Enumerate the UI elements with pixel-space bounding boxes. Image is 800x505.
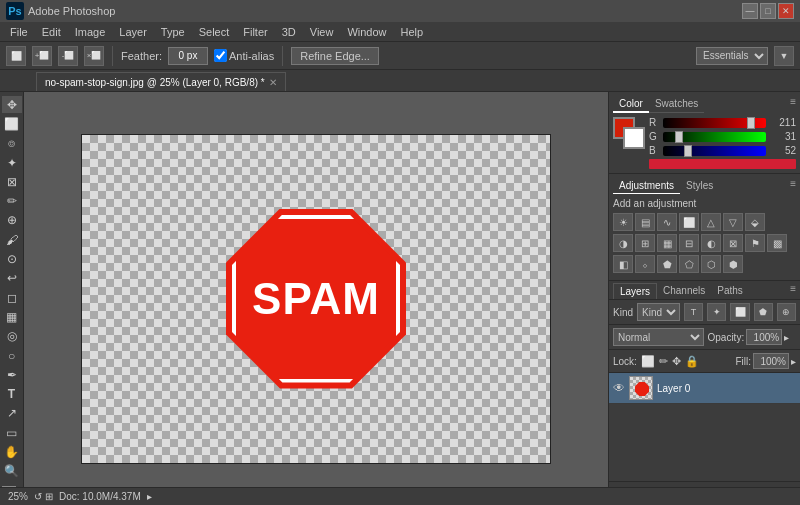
photo-filter-icon[interactable]: ⊞ (635, 234, 655, 252)
proof-icon[interactable]: ⊞ (45, 491, 53, 502)
menu-filter[interactable]: Filter (237, 24, 273, 40)
tab-close-icon[interactable]: ✕ (269, 77, 277, 88)
menu-view[interactable]: View (304, 24, 340, 40)
color-tab-color[interactable]: Color (613, 96, 649, 113)
refine-edge-button[interactable]: Refine Edge... (291, 47, 379, 65)
magic-wand-tool[interactable]: ✦ (2, 154, 22, 171)
brush-tool[interactable]: 🖌 (2, 231, 22, 248)
lasso-tool[interactable]: ⌾ (2, 135, 22, 152)
path-selection-tool[interactable]: ↗ (2, 405, 22, 422)
text-tool[interactable]: T (2, 385, 22, 402)
menu-type[interactable]: Type (155, 24, 191, 40)
menu-edit[interactable]: Edit (36, 24, 67, 40)
hue-sat-icon[interactable]: ▽ (723, 213, 743, 231)
menu-help[interactable]: Help (395, 24, 430, 40)
adj-icon-c[interactable]: ⬠ (679, 255, 699, 273)
g-slider-thumb[interactable] (675, 131, 683, 143)
workspace-menu-icon[interactable]: ▼ (774, 46, 794, 66)
opacity-arrow[interactable]: ▸ (784, 332, 789, 343)
eraser-tool[interactable]: ◻ (2, 289, 22, 306)
history-tool[interactable]: ↩ (2, 270, 22, 287)
b-slider-track[interactable] (663, 146, 766, 156)
healing-tool[interactable]: ⊕ (2, 212, 22, 229)
lock-image-icon[interactable]: ✏ (659, 355, 668, 368)
selection-tool-icon[interactable]: ⬜ (6, 46, 26, 66)
document-tab[interactable]: no-spam-stop-sign.jpg @ 25% (Layer 0, RG… (36, 72, 286, 91)
close-button[interactable]: ✕ (778, 3, 794, 19)
zoom-tool[interactable]: 🔍 (2, 463, 22, 480)
layer-visibility-icon[interactable]: 👁 (613, 381, 625, 395)
filter-color-icon[interactable]: ⬟ (754, 303, 773, 321)
menu-layer[interactable]: Layer (113, 24, 153, 40)
vibrance-icon[interactable]: △ (701, 213, 721, 231)
subtract-selection-icon[interactable]: -⬜ (58, 46, 78, 66)
doc-info-arrow[interactable]: ▸ (147, 491, 152, 502)
feather-input[interactable] (168, 47, 208, 65)
maximize-button[interactable]: □ (760, 3, 776, 19)
posterize-icon[interactable]: ⊠ (723, 234, 743, 252)
fill-input[interactable] (753, 353, 789, 369)
blur-tool[interactable]: ◎ (2, 328, 22, 345)
crop-tool[interactable]: ⊠ (2, 173, 22, 190)
gradient-map-icon[interactable]: ▩ (767, 234, 787, 252)
fill-arrow[interactable]: ▸ (791, 356, 796, 367)
adj-icon-a[interactable]: ⬦ (635, 255, 655, 273)
rotate-icon[interactable]: ↺ (34, 491, 42, 502)
filter-name-icon[interactable]: T (684, 303, 703, 321)
workspace-select[interactable]: Essentials (696, 47, 768, 65)
pen-tool[interactable]: ✒ (2, 366, 22, 383)
blend-mode-select[interactable]: Normal (613, 328, 704, 346)
adj-icon-d[interactable]: ⬡ (701, 255, 721, 273)
levels-icon[interactable]: ▤ (635, 213, 655, 231)
r-slider-track[interactable] (663, 118, 766, 128)
eyedropper-tool[interactable]: ✏ (2, 192, 22, 209)
dodge-tool[interactable]: ○ (2, 347, 22, 364)
bw-icon[interactable]: ◑ (613, 234, 633, 252)
lock-all-icon[interactable]: 🔒 (685, 355, 699, 368)
opacity-input[interactable] (746, 329, 782, 345)
color-lookup-icon[interactable]: ⊟ (679, 234, 699, 252)
g-slider-track[interactable] (663, 132, 766, 142)
color-tab-swatches[interactable]: Swatches (649, 96, 704, 113)
background-color[interactable] (623, 127, 645, 149)
shape-tool[interactable]: ▭ (2, 424, 22, 441)
b-slider-thumb[interactable] (684, 145, 692, 157)
layers-tab-layers[interactable]: Layers (613, 283, 657, 299)
gradient-tool[interactable]: ▦ (2, 308, 22, 325)
color-panel-menu[interactable]: ≡ (790, 96, 796, 113)
menu-image[interactable]: Image (69, 24, 112, 40)
brightness-icon[interactable]: ☀ (613, 213, 633, 231)
channel-mixer-icon[interactable]: ▦ (657, 234, 677, 252)
filter-adjust-icon[interactable]: ✦ (707, 303, 726, 321)
adj-panel-menu[interactable]: ≡ (790, 178, 796, 194)
intersect-selection-icon[interactable]: ×⬜ (84, 46, 104, 66)
menu-file[interactable]: File (4, 24, 34, 40)
color-balance-icon[interactable]: ⬙ (745, 213, 765, 231)
canvas[interactable]: SPAM (81, 134, 551, 464)
lock-transparent-icon[interactable]: ⬜ (641, 355, 655, 368)
layers-panel-menu[interactable]: ≡ (790, 283, 796, 299)
minimize-button[interactable]: — (742, 3, 758, 19)
filter-smart-icon[interactable]: ⊕ (777, 303, 796, 321)
threshold-icon[interactable]: ⚑ (745, 234, 765, 252)
marquee-tool[interactable]: ⬜ (2, 115, 22, 132)
invert-icon[interactable]: ◐ (701, 234, 721, 252)
adj-icon-b[interactable]: ⬟ (657, 255, 677, 273)
exposure-icon[interactable]: ⬜ (679, 213, 699, 231)
add-selection-icon[interactable]: +⬜ (32, 46, 52, 66)
layers-tab-paths[interactable]: Paths (711, 283, 749, 299)
antialias-checkbox[interactable] (214, 49, 227, 62)
adj-tab-styles[interactable]: Styles (680, 178, 719, 194)
curves-icon[interactable]: ∿ (657, 213, 677, 231)
selective-color-icon[interactable]: ◧ (613, 255, 633, 273)
r-slider-thumb[interactable] (747, 117, 755, 129)
hand-tool[interactable]: ✋ (2, 443, 22, 460)
adj-icon-e[interactable]: ⬢ (723, 255, 743, 273)
menu-3d[interactable]: 3D (276, 24, 302, 40)
move-tool[interactable]: ✥ (2, 96, 22, 113)
lock-position-icon[interactable]: ✥ (672, 355, 681, 368)
menu-window[interactable]: Window (341, 24, 392, 40)
adj-tab-adjustments[interactable]: Adjustments (613, 178, 680, 194)
layers-tab-channels[interactable]: Channels (657, 283, 711, 299)
table-row[interactable]: 👁 Layer 0 (609, 373, 800, 404)
